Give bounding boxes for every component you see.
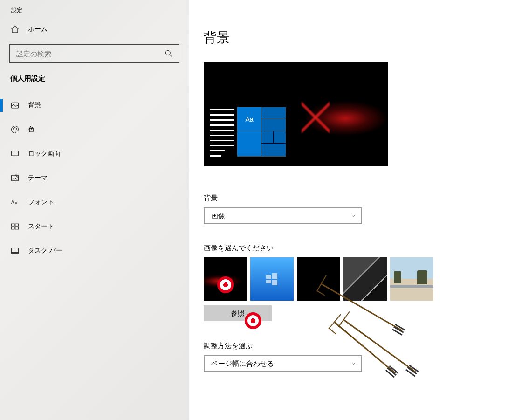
nav-label: タスク バー	[28, 247, 62, 255]
choose-image-label: 画像を選んでください	[204, 244, 508, 253]
main-panel: 背景 Aa 背景 画像 画像を選んでください 参照 調整方法を選ぶ	[189, 0, 508, 420]
svg-text:A: A	[11, 200, 14, 205]
svg-point-3	[14, 127, 15, 128]
nav-label: テーマ	[28, 174, 48, 182]
thumb-4[interactable]	[343, 257, 387, 301]
nav-fonts[interactable]: AA フォント	[0, 190, 189, 214]
image-thumbnails	[204, 257, 508, 301]
font-icon: AA	[10, 198, 20, 207]
nav-taskbar[interactable]: タスク バー	[0, 239, 189, 263]
window-title: 設定	[0, 7, 189, 25]
nav-background[interactable]: 背景	[0, 93, 189, 117]
browse-button[interactable]: 参照	[204, 305, 272, 321]
bg-type-label: 背景	[204, 194, 508, 203]
home-icon	[10, 25, 20, 34]
theme-icon	[10, 173, 20, 183]
home-label: ホーム	[28, 25, 48, 34]
thumb-3[interactable]	[297, 257, 340, 301]
svg-point-0	[165, 50, 170, 55]
chevron-down-icon	[350, 213, 357, 219]
svg-rect-9	[12, 224, 15, 226]
thumb-5[interactable]	[390, 257, 433, 301]
fit-label: 調整方法を選ぶ	[204, 342, 508, 351]
thumb-2[interactable]	[250, 257, 294, 301]
fit-dropdown[interactable]: ページ幅に合わせる	[204, 355, 362, 372]
svg-rect-11	[12, 227, 15, 229]
preview-wallpaper	[306, 90, 388, 146]
bg-type-dropdown[interactable]: 画像	[204, 207, 362, 224]
preview-tile-aa: Aa	[237, 107, 261, 131]
svg-rect-12	[15, 227, 19, 229]
preview-start-mock: Aa	[210, 107, 286, 157]
nav-label: スタート	[28, 222, 54, 231]
nav-label: 背景	[28, 101, 41, 110]
svg-text:A: A	[15, 201, 17, 205]
thumb-1[interactable]	[204, 257, 247, 301]
page-title: 背景	[204, 29, 508, 47]
svg-rect-14	[12, 252, 19, 254]
palette-icon	[10, 125, 20, 134]
chevron-down-icon	[350, 360, 357, 367]
nav-label: フォント	[28, 198, 54, 207]
nav-label: 色	[28, 125, 34, 134]
svg-point-2	[13, 129, 14, 130]
lockscreen-icon	[10, 149, 20, 158]
nav-themes[interactable]: テーマ	[0, 166, 189, 190]
svg-rect-10	[15, 224, 19, 226]
search-box[interactable]	[9, 44, 179, 63]
nav-lockscreen[interactable]: ロック画面	[0, 142, 189, 166]
nav-start[interactable]: スタート	[0, 214, 189, 239]
svg-rect-5	[12, 151, 19, 156]
start-icon	[10, 222, 20, 231]
taskbar-icon	[10, 246, 20, 255]
nav-label: ロック画面	[28, 150, 61, 158]
bg-type-value: 画像	[211, 212, 225, 220]
search-input[interactable]	[16, 50, 164, 58]
svg-point-4	[16, 129, 17, 130]
background-preview: Aa	[204, 62, 388, 166]
sidebar: 設定 ホーム 個人用設定 背景 色 ロック画面 テーマ	[0, 0, 189, 420]
picture-icon	[10, 101, 20, 110]
section-title: 個人用設定	[0, 74, 189, 93]
search-icon	[164, 49, 173, 58]
fit-value: ページ幅に合わせる	[211, 359, 274, 368]
nav-colors[interactable]: 色	[0, 117, 189, 142]
home-link[interactable]: ホーム	[0, 25, 189, 44]
